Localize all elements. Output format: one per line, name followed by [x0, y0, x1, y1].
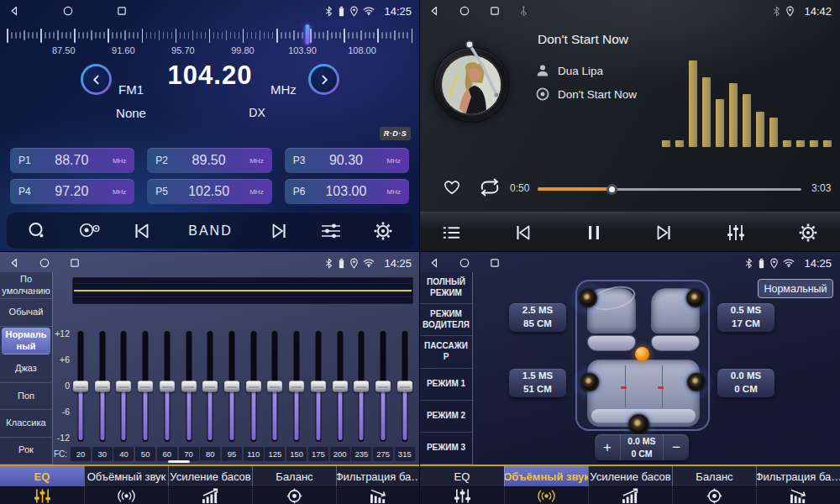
eq-band-slider-4[interactable]	[159, 331, 176, 442]
tab-filter[interactable]: Фильтрация ба…	[336, 466, 420, 504]
sound-mode-0[interactable]: ПОЛНЫЙ РЕЖИМ	[420, 272, 472, 304]
back-icon[interactable]	[8, 5, 20, 17]
tune-settings-icon[interactable]	[320, 222, 342, 240]
slider-handle[interactable]	[116, 381, 131, 392]
eq-preset-5[interactable]: Классика	[0, 410, 52, 437]
tab-balance[interactable]: Баланс	[672, 466, 756, 504]
fc-value[interactable]: 80	[200, 447, 220, 461]
rear-left-speaker[interactable]	[580, 373, 599, 391]
slider-handle[interactable]	[95, 381, 110, 392]
playlist-icon[interactable]	[442, 224, 461, 241]
tuner-scale[interactable]: 87.5091.6095.7099.80103.90108.00	[7, 25, 413, 54]
decrease-delay-button[interactable]: −	[664, 434, 689, 460]
eq-levels-icon[interactable]	[726, 223, 746, 243]
eq-band-slider-14[interactable]	[375, 331, 391, 442]
front-right-delay-button[interactable]: 0.5 MS 17 CM	[717, 303, 774, 332]
rear-right-speaker[interactable]	[687, 373, 706, 391]
fc-value[interactable]: 235	[351, 447, 371, 461]
surround-preset-button[interactable]: Нормальный	[758, 279, 833, 298]
preset-p1-button[interactable]: P188.70MHz	[10, 148, 134, 173]
listener-position-marker[interactable]	[635, 347, 649, 361]
gear-icon[interactable]	[798, 223, 818, 243]
tab-bass-boost[interactable]: Усиление басов	[588, 466, 672, 504]
sound-mode-1[interactable]: РЕЖИМ ВОДИТЕЛЯ	[420, 304, 472, 336]
seek-up-button[interactable]	[308, 64, 339, 95]
eq-band-slider-8[interactable]	[245, 331, 262, 442]
tab-surround[interactable]: Объёмный звук	[84, 466, 168, 504]
home-icon[interactable]	[39, 257, 50, 269]
fc-value[interactable]: 200	[330, 447, 350, 461]
next-track-icon[interactable]	[654, 223, 674, 243]
eq-band-slider-9[interactable]	[266, 331, 283, 442]
rear-right-delay-button[interactable]: 0.0 MS 0 CM	[717, 369, 774, 397]
eq-band-slider-11[interactable]	[310, 331, 327, 442]
tab-eq[interactable]: EQ	[0, 466, 84, 504]
tab-eq[interactable]: EQ	[420, 466, 504, 504]
center-subwoofer[interactable]	[628, 414, 649, 435]
slider-handle[interactable]	[160, 381, 175, 392]
fc-value[interactable]: 40	[113, 447, 134, 461]
eq-preset-6[interactable]: Рок	[0, 438, 52, 465]
eq-band-slider-10[interactable]	[288, 331, 305, 442]
progress-knob[interactable]	[606, 184, 617, 195]
recents-icon[interactable]	[489, 5, 501, 17]
slider-handle[interactable]	[181, 381, 197, 392]
increase-delay-button[interactable]: +	[595, 434, 620, 460]
eq-band-slider-13[interactable]	[353, 331, 370, 442]
eq-preset-3[interactable]: Джаз	[0, 355, 52, 382]
band-button[interactable]: BAND	[183, 223, 237, 239]
eq-band-slider-0[interactable]	[72, 331, 89, 442]
preset-p2-button[interactable]: P289.50MHz	[147, 148, 271, 173]
fc-value[interactable]: 95	[222, 447, 242, 461]
fc-value[interactable]: 30	[92, 447, 113, 461]
recents-icon[interactable]	[69, 257, 81, 269]
slider-handle[interactable]	[333, 381, 348, 392]
sound-mode-5[interactable]: РЕЖИМ 3	[420, 433, 472, 465]
back-icon[interactable]	[428, 257, 440, 269]
slider-handle[interactable]	[224, 381, 239, 392]
eq-band-slider-6[interactable]	[202, 331, 218, 442]
repeat-icon[interactable]	[478, 178, 501, 197]
fc-value[interactable]: 70	[179, 447, 199, 461]
progress-bar[interactable]	[538, 188, 801, 191]
preset-p3-button[interactable]: P390.30MHz	[285, 148, 409, 173]
fc-value[interactable]: 110	[244, 447, 264, 461]
sound-mode-4[interactable]: РЕЖИМ 2	[420, 401, 472, 433]
tab-bass-boost[interactable]: Усиление басов	[168, 466, 252, 504]
eq-band-slider-15[interactable]	[396, 331, 413, 442]
tab-balance[interactable]: Баланс	[252, 466, 336, 504]
eq-preset-1[interactable]: Обычай	[0, 299, 52, 326]
previous-station-icon[interactable]	[132, 221, 152, 241]
slider-handle[interactable]	[138, 381, 153, 392]
fc-value[interactable]: 275	[373, 447, 393, 461]
home-icon[interactable]	[459, 257, 470, 269]
eq-band-slider-12[interactable]	[332, 331, 349, 442]
fc-value[interactable]: 60	[157, 447, 177, 461]
rear-left-delay-button[interactable]: 1.5 MS 51 CM	[509, 369, 566, 397]
back-icon[interactable]	[428, 5, 440, 17]
sound-mode-3[interactable]: РЕЖИМ 1	[420, 369, 472, 401]
podcast-icon[interactable]	[78, 221, 101, 240]
front-left-speaker[interactable]	[579, 289, 597, 307]
slider-handle[interactable]	[354, 381, 369, 392]
slider-handle[interactable]	[202, 381, 218, 392]
favorite-icon[interactable]	[443, 179, 461, 196]
next-station-icon[interactable]	[269, 221, 289, 241]
preset-p4-button[interactable]: P497.20MHz	[10, 179, 134, 204]
preset-p5-button[interactable]: P5102.50MHz	[147, 179, 271, 204]
search-icon[interactable]	[27, 221, 47, 241]
eq-preset-4[interactable]: Поп	[0, 383, 52, 410]
eq-preset-2[interactable]: Нормальный	[2, 328, 50, 354]
eq-band-slider-7[interactable]	[223, 331, 240, 442]
slider-handle[interactable]	[267, 381, 282, 392]
eq-preset-0[interactable]: По умолчанию	[0, 272, 52, 299]
slider-handle[interactable]	[397, 381, 412, 392]
eq-band-slider-3[interactable]	[137, 331, 154, 442]
home-icon[interactable]	[62, 5, 74, 17]
fc-value[interactable]: 50	[135, 447, 155, 461]
home-icon[interactable]	[459, 5, 470, 17]
fc-value[interactable]: 20	[71, 447, 91, 461]
recents-icon[interactable]	[116, 5, 128, 17]
tab-surround[interactable]: Объёмный звук	[504, 466, 588, 504]
back-icon[interactable]	[8, 257, 20, 269]
